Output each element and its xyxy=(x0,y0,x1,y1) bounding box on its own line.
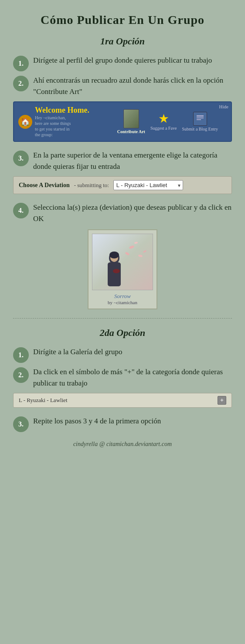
step-number-1-2: 2. xyxy=(13,76,29,91)
blog-action[interactable]: Submit a Blog Entry xyxy=(182,112,218,131)
artwork-title: Sorrow xyxy=(92,293,153,300)
step-number-2-3: 3. xyxy=(13,416,29,432)
step-2-1: 1. Dirígite a la Galería del grupo xyxy=(13,346,232,363)
star-icon: ★ xyxy=(158,113,169,125)
step-text-2-2: Da click en el símbolo de más "+" de la … xyxy=(33,366,232,389)
blog-label: Submit a Blog Entry xyxy=(182,127,218,131)
step-number-1-1: 1. xyxy=(13,56,29,71)
deviation-submitting: - submitting to: xyxy=(74,182,109,189)
section2-title: 2da Opción xyxy=(13,327,232,339)
step-1-2: 2. Ahí encontrarás un recuadro azul dond… xyxy=(13,75,232,97)
step-1-3: 3. En la parte superior de la ventana em… xyxy=(13,150,232,172)
step-text-1-3: En la parte superior de la ventana emerg… xyxy=(33,150,232,172)
gallery-plus-button[interactable]: + xyxy=(218,396,226,405)
suggest-action[interactable]: ★ Suggest a Fave xyxy=(150,113,177,131)
artwork-card: Sorrow by ~citamichan xyxy=(88,229,157,309)
step-text-1-1: Dirígete al perfil del grupo donde quier… xyxy=(33,55,232,66)
artwork-container: Sorrow by ~citamichan xyxy=(13,229,232,309)
step-text-2-1: Dirígite a la Galería del grupo xyxy=(33,346,232,358)
step-number-2-1: 1. xyxy=(13,347,29,363)
step-text-2-3: Repite los pasos 3 y 4 de la primera opc… xyxy=(33,416,232,427)
svg-rect-2 xyxy=(197,119,201,120)
svg-rect-3 xyxy=(92,234,153,290)
step-2-2: 2. Da click en el símbolo de más "+" de … xyxy=(13,366,232,389)
step-text-1-2: Ahí encontrarás un recuadro azul donde h… xyxy=(33,75,232,97)
hide-button[interactable]: Hide xyxy=(219,104,228,109)
contribute-label: Contribute Art xyxy=(117,129,145,134)
step-2-3: 3. Repite los pasos 3 y 4 de la primera … xyxy=(13,416,232,432)
section-divider xyxy=(13,318,232,319)
svg-point-13 xyxy=(113,269,120,273)
step-number-1-3: 3. xyxy=(13,151,29,166)
svg-rect-10 xyxy=(108,262,121,286)
deviation-label: Choose A Deviation xyxy=(19,182,70,189)
category-select[interactable]: L - Ryuzaki - Lawliet xyxy=(113,180,183,190)
welcome-logo: 🏠 Welcome Home. Hey ~citamichan, here ar… xyxy=(18,106,89,138)
welcome-title: Welcome Home. xyxy=(35,106,89,115)
section1-title: 1ra Opción xyxy=(13,36,232,47)
step-1-4: 4. Selecciona la(s) pieza (deviation) qu… xyxy=(13,202,232,224)
welcome-icon: 🏠 xyxy=(18,115,32,129)
step-1-1: 1. Dirígete al perfil del grupo donde qu… xyxy=(13,55,232,71)
step-text-1-4: Selecciona la(s) pieza (deviation) que d… xyxy=(33,202,232,224)
svg-point-12 xyxy=(109,252,119,258)
step-number-2-2: 2. xyxy=(13,367,29,383)
suggest-label: Suggest a Fave xyxy=(150,126,177,131)
footer-text: cindyrella @ citamichan.deviantart.com xyxy=(13,441,232,448)
gallery-label: L - Ryuzaki - Lawliet xyxy=(19,397,68,404)
gallery-bar: L - Ryuzaki - Lawliet + xyxy=(13,393,232,408)
step-number-1-4: 4. xyxy=(13,203,29,218)
select-wrapper: L - Ryuzaki - Lawliet xyxy=(113,180,183,190)
artwork-image xyxy=(92,234,153,290)
portrait-icon xyxy=(123,109,139,128)
blog-icon xyxy=(193,112,207,126)
welcome-subtitle: Hey ~citamichan, here are some things to… xyxy=(35,115,74,138)
contribute-action[interactable]: Contribute Art xyxy=(117,109,145,134)
deviation-bar: Choose A Deviation - submitting to: L - … xyxy=(13,176,232,194)
welcome-box: Hide 🏠 Welcome Home. Hey ~citamichan, he… xyxy=(13,101,232,142)
welcome-actions: Contribute Art ★ Suggest a Fave Submit a… xyxy=(117,109,218,134)
svg-rect-0 xyxy=(197,115,204,117)
page-title: Cómo Publicar En Un Grupo xyxy=(13,13,232,27)
artwork-author: by ~citamichan xyxy=(92,300,153,305)
svg-rect-1 xyxy=(197,117,204,118)
